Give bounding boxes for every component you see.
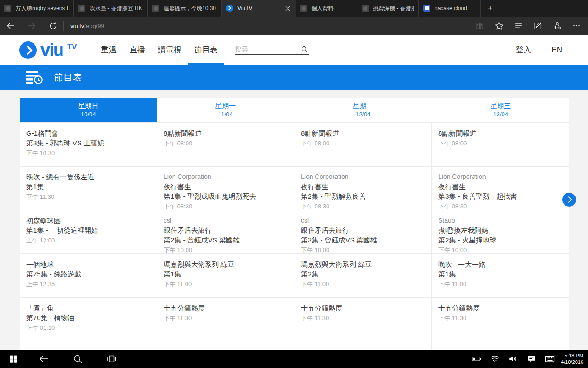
refresh-button[interactable]: [42, 17, 63, 35]
action-center-button[interactable]: [522, 350, 541, 368]
program-title: 跟住矛盾去旅行: [301, 225, 424, 235]
program-title: 晚吹 - 一大一路: [438, 259, 562, 269]
program-cell[interactable]: 初森壘球團 第1集 - 一切從這裡開始 上午 12:00: [20, 210, 157, 253]
nav-item-label: 節目表: [194, 45, 218, 55]
program-cell[interactable]: Lion Corporation 夜行書生 第1集 - 聖烈成吸血鬼明烈死去 下…: [157, 166, 294, 210]
share-icon: [552, 21, 562, 31]
program-cell-partial: [294, 343, 432, 350]
day-tab[interactable]: 星期二 12/04: [294, 98, 432, 122]
tab-close-icon[interactable]: [283, 4, 292, 12]
taskbar: 5:18 PM 4/10/2016: [0, 350, 588, 368]
program-cell[interactable]: 瑪嘉烈與大衛系列 綠豆 第1集 下午 11:00: [157, 253, 294, 297]
address-bar-actions: [470, 17, 586, 35]
nav-item[interactable]: 直播: [123, 35, 152, 65]
program-title: 8點新聞報道: [164, 128, 287, 138]
program-title: 8點新聞報道: [438, 128, 562, 138]
program-channel: Lion Corporation: [164, 172, 287, 182]
task-view-button[interactable]: [95, 350, 129, 368]
more-button[interactable]: [567, 17, 586, 35]
viutv-logo[interactable]: viu TV: [19, 41, 77, 59]
logo-text: viu: [40, 41, 63, 59]
program-title: 瑪嘉烈與大衛系列 綠豆: [164, 259, 287, 269]
browser-tab[interactable]: 挑資深機 - 香港膠登 I: [357, 0, 419, 17]
day-tab-label: 星期二: [353, 102, 373, 110]
new-tab-button[interactable]: +: [481, 0, 500, 17]
screen: 方人睇rugby sevens H 吹水臺 - 香港膠登 HK 溫馨提示，今晚1…: [0, 0, 588, 368]
taskbar-back-button[interactable]: [27, 350, 61, 368]
program-cell[interactable]: 8點新聞報道 下午 08:00: [157, 122, 294, 166]
share-button[interactable]: [548, 17, 567, 35]
search-input[interactable]: [235, 46, 300, 53]
day-tab[interactable]: 星期三 13/04: [432, 98, 570, 122]
program-time: 下午 10:00: [164, 246, 287, 253]
program-episode: 第2集 - 聖烈解救良善: [301, 191, 424, 201]
program-time: 下午 11:00: [164, 280, 287, 289]
tab-title: 挑資深機 - 香港膠登 I: [373, 5, 414, 12]
day-tab-label: 星期三: [490, 102, 511, 110]
program-cell[interactable]: 十五分鐘熱度 下午 11:30: [294, 297, 432, 343]
browser-tab[interactable]: nacase cloud: [419, 0, 481, 17]
day-tab[interactable]: 星期一 11/04: [157, 98, 295, 122]
volume-tray-button[interactable]: [504, 350, 522, 368]
program-cell[interactable]: csl 跟住矛盾去旅行 第2集 - 曾鈺成VS 梁國雄 下午 10:00: [157, 210, 294, 253]
nav-item-label: 讀電視: [158, 45, 181, 55]
program-time: 上午 12:35: [26, 280, 149, 289]
program-cell[interactable]: Lion Corporation 夜行書生 第3集 - 良善聖烈一起找書 下午 …: [432, 166, 569, 210]
viutv-logo-icon: [19, 41, 37, 59]
forward-button[interactable]: [21, 17, 42, 35]
program-episode: 第2集 - 曾鈺成VS 梁國雄: [164, 235, 287, 245]
search-icon[interactable]: [300, 45, 309, 53]
nav-item[interactable]: 讀電視: [152, 35, 188, 65]
day-tab[interactable]: 星期日 10/04: [20, 98, 157, 122]
taskbar-search-button[interactable]: [61, 350, 95, 368]
browser-tab[interactable]: 方人睇rugby sevens H: [0, 0, 74, 17]
start-button[interactable]: [0, 350, 27, 368]
header-right: 登入 EN: [515, 45, 562, 55]
browser-tab[interactable]: ViuTV: [222, 0, 296, 17]
next-days-button[interactable]: [562, 193, 576, 207]
touch-keyboard-button[interactable]: [541, 350, 559, 368]
program-episode: 第1集 - 一切從這裡開始: [26, 225, 149, 235]
wifi-tray-button[interactable]: [486, 350, 504, 368]
back-button[interactable]: [0, 17, 21, 35]
web-note-button[interactable]: [528, 17, 548, 35]
hub-icon: [514, 21, 524, 31]
program-cell[interactable]: 「煮」角 第70集 - 植物油 上午 01:10: [20, 297, 157, 343]
reading-view-button[interactable]: [470, 17, 489, 35]
program-time: 下午 11:00: [301, 280, 424, 289]
program-channel: Lion Corporation: [438, 172, 562, 182]
favorites-button[interactable]: [489, 17, 509, 35]
login-link[interactable]: 登入: [515, 45, 531, 55]
program-cell[interactable]: G-1格鬥會 第3集 - 郭思琳 VS 王蘊妮 下午 10:30: [20, 122, 157, 166]
program-cell[interactable]: 8點新聞報道 下午 08:00: [294, 122, 432, 166]
program-channel: Staub: [438, 216, 562, 225]
reading-view-icon: [475, 21, 485, 31]
program-time: 下午 10:30: [26, 149, 149, 158]
browser-tab[interactable]: 吹水臺 - 香港膠登 HK: [74, 0, 148, 17]
browser-tab[interactable]: 溫馨提示，今晚10:30: [148, 0, 222, 17]
battery-tray-button[interactable]: [467, 350, 486, 368]
language-toggle[interactable]: EN: [551, 46, 562, 55]
hub-button[interactable]: [509, 17, 528, 35]
nav-item[interactable]: 節目表: [188, 35, 224, 65]
program-cell-partial: [20, 343, 157, 350]
browser-tab[interactable]: 個人資料: [296, 0, 357, 17]
program-cell[interactable]: csl 跟住矛盾去旅行 第3集 - 曾鈺成VS 梁國雄 下午 10:00: [294, 210, 432, 253]
program-cell[interactable]: 晚吹 - 一大一路 第1集 下午 11:00: [432, 253, 569, 297]
program-cell[interactable]: 十五分鐘熱度 下午 11:30: [432, 297, 569, 343]
program-cell[interactable]: 十五分鐘熱度 下午 11:30: [157, 297, 294, 343]
program-cell[interactable]: Staub 煮吧!換左我阿媽 第2集 - 火星撞地球 下午 10:00: [432, 210, 569, 253]
program-cell[interactable]: 晚吹 - 總有一隻係左近 第1集 下午 11:30: [20, 166, 157, 210]
browser-tabs: 方人睇rugby sevens H 吹水臺 - 香港膠登 HK 溫馨提示，今晚1…: [0, 0, 481, 17]
program-cell[interactable]: 瑪嘉烈與大衛系列 綠豆 第2集 下午 11:00: [294, 253, 432, 297]
volume-icon: [508, 354, 518, 364]
more-icon: [571, 21, 582, 31]
url-domain: viu.tv: [70, 23, 84, 29]
taskbar-clock[interactable]: 5:18 PM 4/10/2016: [561, 352, 583, 365]
program-channel: csl: [301, 216, 424, 225]
program-cell[interactable]: Lion Corporation 夜行書生 第2集 - 聖烈解救良善 下午 08…: [294, 166, 432, 210]
program-cell[interactable]: 8點新聞報道 下午 08:00: [432, 122, 569, 166]
url-field[interactable]: viu.tv/epg/99: [70, 23, 470, 29]
nav-item[interactable]: 重溫: [95, 35, 123, 65]
program-cell[interactable]: 一個地球 第75集 - 絲路遊戲 上午 12:35: [20, 253, 157, 297]
